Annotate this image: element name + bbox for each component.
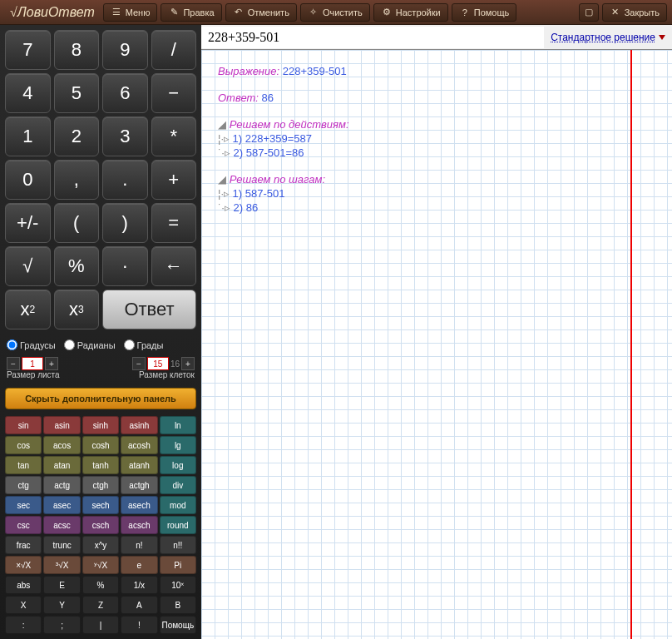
angle-radians[interactable]: Радианы <box>64 339 116 350</box>
func-ctg[interactable]: ctg <box>5 476 42 494</box>
func-atanh[interactable]: atanh <box>121 456 157 474</box>
key-6[interactable]: 6 <box>102 73 148 113</box>
func-x[interactable]: ³√X <box>43 556 80 574</box>
func-trunc[interactable]: trunc <box>43 536 80 554</box>
key-8[interactable]: 8 <box>54 30 100 70</box>
func-log[interactable]: log <box>160 456 196 474</box>
func-acsch[interactable]: acsch <box>121 516 157 534</box>
key-backspace[interactable]: ← <box>151 246 197 286</box>
solution-type-dropdown[interactable]: Стандартное решение <box>544 32 672 43</box>
func-mod[interactable]: mod <box>160 496 196 514</box>
func-n[interactable]: n!! <box>160 536 196 554</box>
func-ln[interactable]: ln <box>160 416 196 434</box>
cell-dec-button[interactable]: − <box>132 357 146 370</box>
func-atan[interactable]: atan <box>43 456 80 474</box>
func-[interactable]: : <box>5 616 42 634</box>
func-n[interactable]: n! <box>121 536 157 554</box>
func-1x[interactable]: 1/x <box>121 576 157 594</box>
func-sech[interactable]: sech <box>82 496 119 514</box>
key-3[interactable]: 3 <box>102 116 148 156</box>
func-10[interactable]: 10ˣ <box>160 576 196 594</box>
key-1[interactable]: 1 <box>5 116 51 156</box>
sheet-inc-button[interactable]: + <box>45 357 58 370</box>
func-e[interactable]: e <box>121 556 157 574</box>
key-equals[interactable]: = <box>151 203 197 243</box>
key-multiply[interactable]: * <box>151 116 197 156</box>
func-tan[interactable]: tan <box>5 456 42 474</box>
func-sec[interactable]: sec <box>5 496 42 514</box>
key-lparen[interactable]: ( <box>54 203 100 243</box>
func-sin[interactable]: sin <box>5 416 42 434</box>
func-xy[interactable]: x^y <box>82 536 119 554</box>
func-acos[interactable]: acos <box>43 436 80 454</box>
func-cos[interactable]: cos <box>5 436 42 454</box>
key-0[interactable]: 0 <box>5 160 51 200</box>
key-plus[interactable]: + <box>151 160 197 200</box>
key-4[interactable]: 4 <box>5 73 51 113</box>
cell-size-input[interactable] <box>147 357 169 370</box>
func-asinh[interactable]: asinh <box>121 416 157 434</box>
func-a[interactable]: A <box>121 596 157 614</box>
func-div[interactable]: div <box>160 476 196 494</box>
func-y[interactable]: Y <box>43 596 80 614</box>
func-z[interactable]: Z <box>82 596 119 614</box>
func-abs[interactable]: abs <box>5 576 42 594</box>
key-rparen[interactable]: ) <box>102 203 148 243</box>
sheet-size-input[interactable] <box>22 357 43 370</box>
func-e[interactable]: E <box>43 576 80 594</box>
close-button[interactable]: ✕Закрыть <box>602 3 667 22</box>
key-divide[interactable]: / <box>151 30 197 70</box>
cell-inc-button[interactable]: + <box>181 357 195 370</box>
by-steps-header[interactable]: Решаем по шагам: <box>230 173 326 186</box>
key-square[interactable]: x2 <box>5 290 51 329</box>
func-acsc[interactable]: acsc <box>43 516 80 534</box>
func-actgh[interactable]: actgh <box>121 476 157 494</box>
func-csch[interactable]: csch <box>82 516 119 534</box>
key-plusminus[interactable]: +/- <box>5 203 51 243</box>
key-minus[interactable]: − <box>151 73 197 113</box>
key-percent[interactable]: % <box>54 246 100 286</box>
func-[interactable]: ! <box>121 616 157 634</box>
clear-button[interactable]: ✧Очистить <box>300 3 370 22</box>
formula-input[interactable] <box>201 27 544 48</box>
func-b[interactable]: B <box>160 596 196 614</box>
toggle-extra-panel-button[interactable]: Скрыть дополнительную панель <box>5 388 196 409</box>
func-asin[interactable]: asin <box>43 416 80 434</box>
angle-grads[interactable]: Грады <box>124 339 164 350</box>
func-cosh[interactable]: cosh <box>82 436 119 454</box>
func-actg[interactable]: actg <box>43 476 80 494</box>
key-5[interactable]: 5 <box>54 73 100 113</box>
func-x[interactable]: ʸ√X <box>82 556 119 574</box>
minimize-button[interactable]: ▢ <box>579 3 599 22</box>
func-asech[interactable]: asech <box>121 496 157 514</box>
func-round[interactable]: round <box>160 516 196 534</box>
func-acosh[interactable]: acosh <box>121 436 157 454</box>
key-9[interactable]: 9 <box>102 30 148 70</box>
key-2[interactable]: 2 <box>54 116 100 156</box>
angle-degrees[interactable]: Градусы <box>7 339 56 350</box>
func-[interactable]: | <box>82 616 119 634</box>
func-frac[interactable]: frac <box>5 536 42 554</box>
undo-button[interactable]: ↶Отменить <box>225 3 297 22</box>
key-comma[interactable]: , <box>54 160 100 200</box>
by-actions-header[interactable]: Решаем по действиям: <box>230 118 349 131</box>
func-lg[interactable]: lg <box>160 436 196 454</box>
func-ctgh[interactable]: ctgh <box>82 476 119 494</box>
func-pi[interactable]: Pi <box>160 556 196 574</box>
func-[interactable]: ; <box>43 616 80 634</box>
func-x[interactable]: ×√X <box>5 556 42 574</box>
edit-button[interactable]: ✎Правка <box>161 3 221 22</box>
key-answer[interactable]: Ответ <box>102 290 196 329</box>
func-asec[interactable]: asec <box>43 496 80 514</box>
sheet-dec-button[interactable]: − <box>7 357 20 370</box>
menu-button[interactable]: ☰Меню <box>103 3 158 22</box>
key-dot[interactable]: . <box>102 160 148 200</box>
func-[interactable]: % <box>82 576 119 594</box>
func-sinh[interactable]: sinh <box>82 416 119 434</box>
func-[interactable]: Помощь <box>160 616 196 634</box>
key-exp[interactable]: · <box>102 246 148 286</box>
key-sqrt[interactable]: √ <box>5 246 51 286</box>
help-button[interactable]: ?Помощь <box>452 3 517 22</box>
key-cube[interactable]: x3 <box>54 290 100 329</box>
key-7[interactable]: 7 <box>5 30 51 70</box>
